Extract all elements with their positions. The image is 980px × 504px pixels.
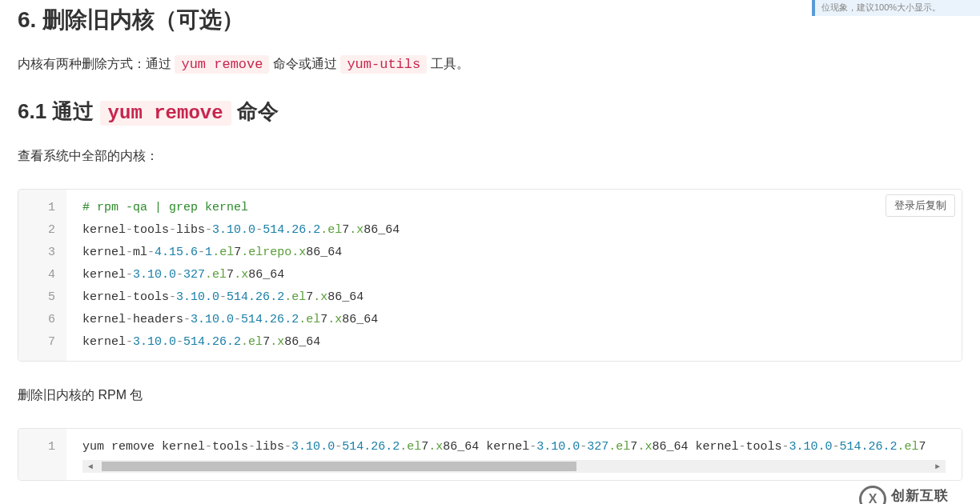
logo-text-cn: 创新互联 <box>891 489 966 503</box>
code-line: kernel-tools-3.10.0-514.26.2.el7.x86_64 <box>82 286 946 309</box>
code-block-rpm-list: 登录后复制 1234567 # rpm -qa | grep kernelker… <box>18 189 962 362</box>
code-line: kernel-headers-3.10.0-514.26.2.el7.x86_6… <box>82 309 946 331</box>
notice-text: 位现象，建议100%大小显示。 <box>821 2 941 12</box>
line-gutter: 1234567 <box>18 190 66 361</box>
subsection-inline-code: yum remove <box>100 101 231 126</box>
inline-code-yum-remove: yum remove <box>175 55 269 74</box>
code-line: yum remove kernel-tools-libs-3.10.0-514.… <box>82 436 946 458</box>
inline-code-yum-utils: yum-utils <box>340 55 427 74</box>
code-body[interactable]: yum remove kernel-tools-libs-3.10.0-514.… <box>66 429 962 480</box>
intro-text-3: 工具。 <box>431 57 469 70</box>
code-body[interactable]: # rpm -qa | grep kernelkernel-tools-libs… <box>66 190 962 361</box>
line-gutter: 1 <box>18 429 66 480</box>
subsection-prefix: 6.1 通过 <box>18 99 100 123</box>
section-heading-text: 6. 删除旧内核（可选） <box>18 7 244 32</box>
code-line: # rpm -qa | grep kernel <box>82 197 946 219</box>
subsection-suffix: 命令 <box>237 99 279 123</box>
code-line: kernel-3.10.0-327.el7.x86_64 <box>82 264 946 286</box>
code-line: kernel-tools-libs-3.10.0-514.26.2.el7.x8… <box>82 219 946 242</box>
code-line: kernel-ml-4.15.6-1.el7.elrepo.x86_64 <box>82 242 946 264</box>
scrollbar-thumb[interactable] <box>102 462 576 471</box>
mid-paragraph: 删除旧内核的 RPM 包 <box>18 384 962 406</box>
horizontal-scrollbar[interactable]: ◄ ► <box>82 460 946 473</box>
scroll-left-arrow-icon[interactable]: ◄ <box>84 460 97 473</box>
intro-paragraph: 内核有两种删除方式：通过 yum remove 命令或通过 yum-utils … <box>18 53 962 77</box>
logo-mark-icon: X <box>859 486 886 504</box>
code-block-yum-remove: 1 yum remove kernel-tools-libs-3.10.0-51… <box>18 428 962 481</box>
intro-text-1: 内核有两种删除方式：通过 <box>18 57 175 70</box>
code-line: kernel-3.10.0-514.26.2.el7.x86_64 <box>82 331 946 354</box>
brand-logo: X 创新互联 CHUANG XIN HU LIAN <box>859 486 966 504</box>
intro-text-2: 命令或通过 <box>273 57 340 70</box>
scroll-right-arrow-icon[interactable]: ► <box>931 460 944 473</box>
subsection-heading: 6.1 通过 yum remove 命令 <box>18 98 962 126</box>
partial-notice-box: 位现象，建议100%大小显示。 <box>812 0 980 16</box>
copy-button[interactable]: 登录后复制 <box>886 194 955 217</box>
lead-paragraph: 查看系统中全部的内核： <box>18 145 962 166</box>
